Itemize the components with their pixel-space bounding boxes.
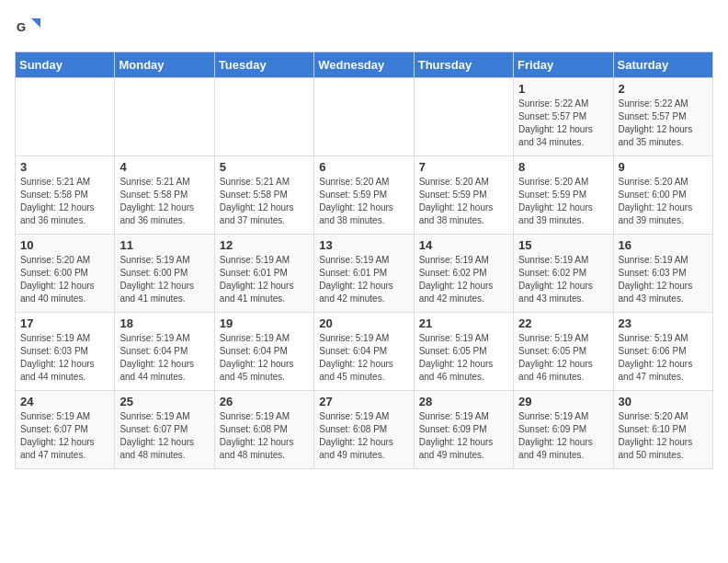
day-info: Sunrise: 5:19 AM Sunset: 6:04 PM Dayligh… <box>220 332 309 384</box>
calendar-cell <box>214 78 313 156</box>
weekday-header-friday: Friday <box>514 52 613 78</box>
calendar-cell: 29Sunrise: 5:19 AM Sunset: 6:09 PM Dayli… <box>514 391 613 469</box>
calendar-week-2: 3Sunrise: 5:21 AM Sunset: 5:58 PM Daylig… <box>16 156 713 235</box>
day-info: Sunrise: 5:22 AM Sunset: 5:57 PM Dayligh… <box>518 98 608 149</box>
day-info: Sunrise: 5:19 AM Sunset: 6:00 PM Dayligh… <box>119 254 209 305</box>
day-number: 24 <box>20 395 109 408</box>
calendar-cell: 11Sunrise: 5:19 AM Sunset: 6:00 PM Dayli… <box>115 235 214 313</box>
weekday-header-thursday: Thursday <box>414 52 513 78</box>
calendar-cell: 4Sunrise: 5:21 AM Sunset: 5:58 PM Daylig… <box>115 156 214 235</box>
day-number: 18 <box>119 316 209 330</box>
day-number: 22 <box>518 316 608 330</box>
day-number: 11 <box>119 238 209 252</box>
calendar-cell <box>16 78 115 156</box>
calendar-cell: 26Sunrise: 5:19 AM Sunset: 6:08 PM Dayli… <box>214 391 313 469</box>
day-info: Sunrise: 5:19 AM Sunset: 6:07 PM Dayligh… <box>20 410 109 462</box>
day-info: Sunrise: 5:19 AM Sunset: 6:09 PM Dayligh… <box>419 410 508 462</box>
day-number: 14 <box>419 238 508 252</box>
calendar-cell: 18Sunrise: 5:19 AM Sunset: 6:04 PM Dayli… <box>115 313 214 391</box>
day-info: Sunrise: 5:19 AM Sunset: 6:05 PM Dayligh… <box>518 332 608 384</box>
day-number: 16 <box>619 238 708 252</box>
calendar-cell: 24Sunrise: 5:19 AM Sunset: 6:07 PM Dayli… <box>16 391 115 469</box>
day-number: 13 <box>319 238 408 252</box>
day-number: 2 <box>619 82 708 96</box>
day-info: Sunrise: 5:21 AM Sunset: 5:58 PM Dayligh… <box>119 176 209 227</box>
day-number: 1 <box>518 82 608 96</box>
day-number: 5 <box>220 160 309 174</box>
day-info: Sunrise: 5:19 AM Sunset: 6:01 PM Dayligh… <box>220 254 309 305</box>
day-info: Sunrise: 5:19 AM Sunset: 6:08 PM Dayligh… <box>220 410 309 462</box>
day-number: 9 <box>619 160 708 174</box>
day-info: Sunrise: 5:19 AM Sunset: 6:01 PM Dayligh… <box>319 254 408 305</box>
calendar-week-1: 1Sunrise: 5:22 AM Sunset: 5:57 PM Daylig… <box>16 78 713 156</box>
day-info: Sunrise: 5:20 AM Sunset: 5:59 PM Dayligh… <box>419 176 508 227</box>
day-number: 21 <box>419 316 508 330</box>
page-header: G <box>15 15 713 40</box>
weekday-header-monday: Monday <box>115 52 214 78</box>
weekday-header-wednesday: Wednesday <box>314 52 414 78</box>
calendar-cell: 14Sunrise: 5:19 AM Sunset: 6:02 PM Dayli… <box>414 235 513 313</box>
day-number: 6 <box>319 160 408 174</box>
day-info: Sunrise: 5:19 AM Sunset: 6:02 PM Dayligh… <box>419 254 508 305</box>
svg-marker-1 <box>31 18 40 28</box>
calendar-cell: 30Sunrise: 5:20 AM Sunset: 6:10 PM Dayli… <box>613 391 712 469</box>
calendar-week-3: 10Sunrise: 5:20 AM Sunset: 6:00 PM Dayli… <box>16 235 713 313</box>
calendar-cell: 8Sunrise: 5:20 AM Sunset: 5:59 PM Daylig… <box>514 156 613 235</box>
day-number: 25 <box>119 395 209 408</box>
day-number: 23 <box>619 316 708 330</box>
calendar-cell: 27Sunrise: 5:19 AM Sunset: 6:08 PM Dayli… <box>314 391 414 469</box>
calendar-cell: 12Sunrise: 5:19 AM Sunset: 6:01 PM Dayli… <box>214 235 313 313</box>
day-info: Sunrise: 5:21 AM Sunset: 5:58 PM Dayligh… <box>220 176 309 227</box>
day-info: Sunrise: 5:19 AM Sunset: 6:07 PM Dayligh… <box>119 410 209 462</box>
day-number: 28 <box>419 395 508 408</box>
day-number: 29 <box>518 395 608 408</box>
day-number: 26 <box>220 395 309 408</box>
calendar-cell: 22Sunrise: 5:19 AM Sunset: 6:05 PM Dayli… <box>514 313 613 391</box>
day-number: 20 <box>319 316 408 330</box>
calendar-cell <box>414 78 513 156</box>
day-number: 17 <box>20 316 109 330</box>
day-info: Sunrise: 5:19 AM Sunset: 6:09 PM Dayligh… <box>518 410 608 462</box>
calendar-cell: 15Sunrise: 5:19 AM Sunset: 6:02 PM Dayli… <box>514 235 613 313</box>
logo-icon: G <box>15 15 40 40</box>
calendar-cell: 13Sunrise: 5:19 AM Sunset: 6:01 PM Dayli… <box>314 235 414 313</box>
day-info: Sunrise: 5:22 AM Sunset: 5:57 PM Dayligh… <box>619 98 708 149</box>
calendar-cell: 20Sunrise: 5:19 AM Sunset: 6:04 PM Dayli… <box>314 313 414 391</box>
calendar-cell: 28Sunrise: 5:19 AM Sunset: 6:09 PM Dayli… <box>414 391 513 469</box>
day-number: 10 <box>20 238 109 252</box>
day-info: Sunrise: 5:19 AM Sunset: 6:02 PM Dayligh… <box>518 254 608 305</box>
day-number: 4 <box>119 160 209 174</box>
calendar-cell <box>115 78 214 156</box>
day-number: 3 <box>20 160 109 174</box>
svg-text:G: G <box>17 20 26 34</box>
day-info: Sunrise: 5:21 AM Sunset: 5:58 PM Dayligh… <box>20 176 109 227</box>
weekday-header-tuesday: Tuesday <box>214 52 313 78</box>
day-number: 12 <box>220 238 309 252</box>
calendar-table: SundayMondayTuesdayWednesdayThursdayFrid… <box>15 52 713 469</box>
calendar-cell: 25Sunrise: 5:19 AM Sunset: 6:07 PM Dayli… <box>115 391 214 469</box>
day-number: 30 <box>619 395 708 408</box>
calendar-cell <box>314 78 414 156</box>
day-info: Sunrise: 5:20 AM Sunset: 5:59 PM Dayligh… <box>319 176 408 227</box>
day-info: Sunrise: 5:19 AM Sunset: 6:04 PM Dayligh… <box>119 332 209 384</box>
day-info: Sunrise: 5:19 AM Sunset: 6:03 PM Dayligh… <box>619 254 708 305</box>
day-number: 19 <box>220 316 309 330</box>
calendar-cell: 9Sunrise: 5:20 AM Sunset: 6:00 PM Daylig… <box>613 156 712 235</box>
calendar-cell: 5Sunrise: 5:21 AM Sunset: 5:58 PM Daylig… <box>214 156 313 235</box>
logo: G <box>15 15 44 40</box>
calendar-cell: 21Sunrise: 5:19 AM Sunset: 6:05 PM Dayli… <box>414 313 513 391</box>
calendar-cell: 19Sunrise: 5:19 AM Sunset: 6:04 PM Dayli… <box>214 313 313 391</box>
calendar-cell: 16Sunrise: 5:19 AM Sunset: 6:03 PM Dayli… <box>613 235 712 313</box>
day-number: 27 <box>319 395 408 408</box>
day-info: Sunrise: 5:20 AM Sunset: 6:10 PM Dayligh… <box>619 410 708 462</box>
calendar-cell: 3Sunrise: 5:21 AM Sunset: 5:58 PM Daylig… <box>16 156 115 235</box>
weekday-header-saturday: Saturday <box>613 52 712 78</box>
day-info: Sunrise: 5:20 AM Sunset: 5:59 PM Dayligh… <box>518 176 608 227</box>
calendar-cell: 6Sunrise: 5:20 AM Sunset: 5:59 PM Daylig… <box>314 156 414 235</box>
day-info: Sunrise: 5:20 AM Sunset: 6:00 PM Dayligh… <box>619 176 708 227</box>
calendar-cell: 23Sunrise: 5:19 AM Sunset: 6:06 PM Dayli… <box>613 313 712 391</box>
calendar-week-4: 17Sunrise: 5:19 AM Sunset: 6:03 PM Dayli… <box>16 313 713 391</box>
day-info: Sunrise: 5:20 AM Sunset: 6:00 PM Dayligh… <box>20 254 109 305</box>
calendar-cell: 7Sunrise: 5:20 AM Sunset: 5:59 PM Daylig… <box>414 156 513 235</box>
calendar-cell: 17Sunrise: 5:19 AM Sunset: 6:03 PM Dayli… <box>16 313 115 391</box>
